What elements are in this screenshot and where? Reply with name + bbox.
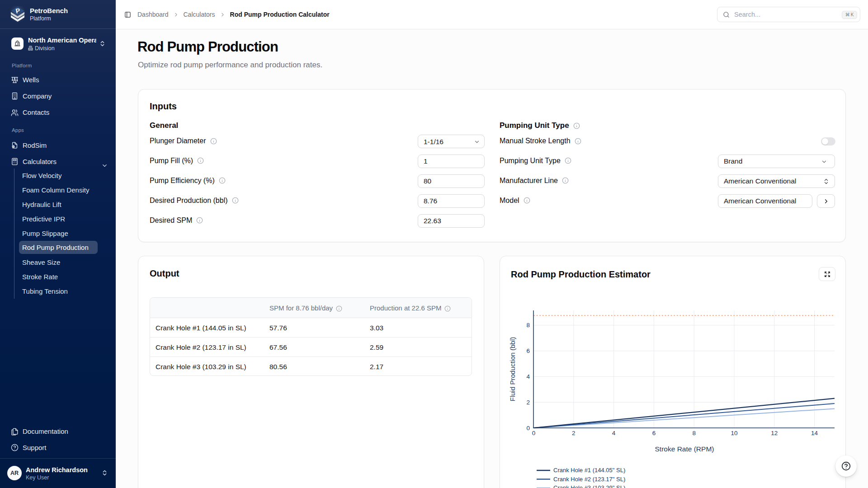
- svg-text:Fluid Production (bbl): Fluid Production (bbl): [509, 337, 516, 402]
- svg-text:Crank Hole #2 (123.17" SL): Crank Hole #2 (123.17" SL): [553, 476, 625, 483]
- svg-text:2: 2: [526, 399, 530, 406]
- svg-text:8: 8: [526, 322, 530, 328]
- svg-text:12: 12: [771, 430, 778, 436]
- svg-text:0: 0: [532, 430, 536, 436]
- svg-text:4: 4: [612, 430, 616, 436]
- svg-text:6: 6: [526, 347, 530, 354]
- svg-text:10: 10: [731, 430, 737, 436]
- svg-text:4: 4: [526, 373, 530, 380]
- svg-text:Crank Hole #1 (144.05" SL): Crank Hole #1 (144.05" SL): [553, 467, 625, 474]
- svg-text:0: 0: [526, 425, 530, 432]
- svg-text:Crank Hole #3 (103.29" SL): Crank Hole #3 (103.29" SL): [553, 484, 625, 488]
- svg-text:2: 2: [572, 430, 576, 436]
- svg-text:6: 6: [652, 430, 656, 436]
- svg-text:14: 14: [811, 430, 818, 436]
- svg-text:Stroke Rate (RPM): Stroke Rate (RPM): [655, 445, 714, 453]
- svg-text:8: 8: [692, 430, 696, 436]
